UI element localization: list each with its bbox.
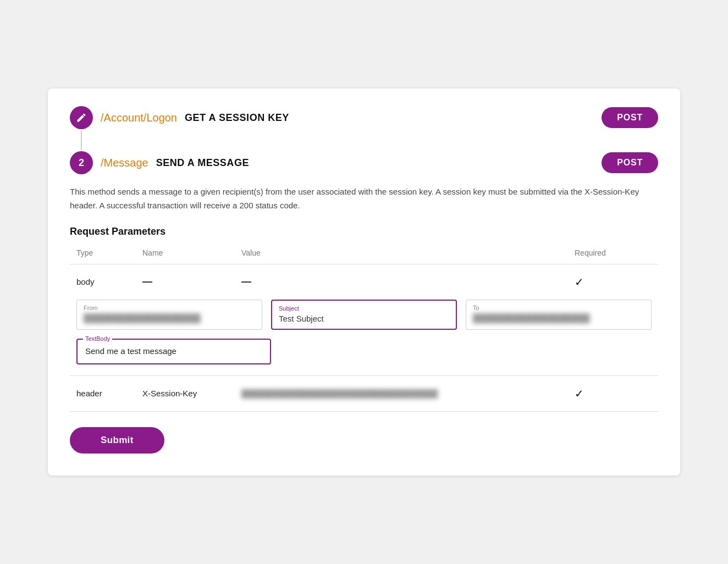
section1-post-button[interactable]: POST <box>602 107 658 128</box>
header-required: ✓ <box>575 387 652 400</box>
body-value: — <box>241 276 575 287</box>
body-fields: From ████████████████████ Subject Test S… <box>70 300 658 375</box>
col-value-header: Value <box>241 248 575 257</box>
request-params-title: Request Parameters <box>70 226 658 237</box>
to-value[interactable]: ████████████████████ <box>473 313 644 323</box>
header-value: ████████████████████████████████████ <box>241 389 575 398</box>
col-type-header: Type <box>76 248 142 257</box>
section1-path: /Account/Logon <box>101 112 177 124</box>
from-field-group: From ████████████████████ <box>76 300 262 330</box>
section2-desc: SEND A MESSAGE <box>156 157 249 169</box>
step-number-circle: 2 <box>70 151 93 174</box>
col-required-header: Required <box>575 248 652 257</box>
from-label: From <box>84 305 255 311</box>
section2-header: 2 /Message SEND A MESSAGE POST <box>70 151 658 174</box>
edit-icon <box>76 112 87 123</box>
body-name-dash: — <box>142 276 152 287</box>
to-field-group: To ████████████████████ <box>466 300 652 330</box>
subject-value[interactable]: Test Subject <box>279 314 449 323</box>
section1-header: /Account/Logon GET A SESSION KEY POST <box>70 106 658 129</box>
textbody-value[interactable]: Send me a test message <box>85 346 262 356</box>
subject-label: Subject <box>279 305 449 312</box>
from-value[interactable]: ████████████████████ <box>84 313 255 323</box>
section2-description: This method sends a message to a given r… <box>70 185 658 213</box>
body-value-dash: — <box>241 276 251 287</box>
fields-row: From ████████████████████ Subject Test S… <box>76 300 652 330</box>
textbody-label: TextBody <box>83 335 112 342</box>
table-row-body: body — — ✓ <box>70 264 658 300</box>
header-checkmark: ✓ <box>575 388 584 400</box>
params-table: Type Name Value Required body — — ✓ <box>70 248 658 412</box>
to-label: To <box>473 305 644 311</box>
table-row-header: header X-Session-Key ███████████████████… <box>70 375 658 412</box>
section2-post-button[interactable]: POST <box>602 152 658 173</box>
table-header-row: Type Name Value Required <box>70 248 658 264</box>
col-name-header: Name <box>142 248 241 257</box>
main-card: /Account/Logon GET A SESSION KEY POST 2 … <box>48 89 680 475</box>
body-checkmark: ✓ <box>575 276 584 288</box>
header-name: X-Session-Key <box>142 389 241 398</box>
body-name: — <box>142 276 241 287</box>
header-type: header <box>76 389 142 398</box>
body-type: body <box>76 277 142 286</box>
section1-desc: GET A SESSION KEY <box>185 112 289 124</box>
session-key-value: ████████████████████████████████████ <box>241 389 438 398</box>
submit-area: Submit <box>70 427 658 454</box>
section2-path: /Message <box>101 157 148 169</box>
textbody-field-group: TextBody Send me a test message <box>76 339 271 364</box>
submit-button[interactable]: Submit <box>70 427 164 454</box>
edit-icon-circle <box>70 106 93 129</box>
subject-field-group: Subject Test Subject <box>271 300 457 330</box>
body-required: ✓ <box>575 275 652 289</box>
connector-line <box>81 130 82 150</box>
